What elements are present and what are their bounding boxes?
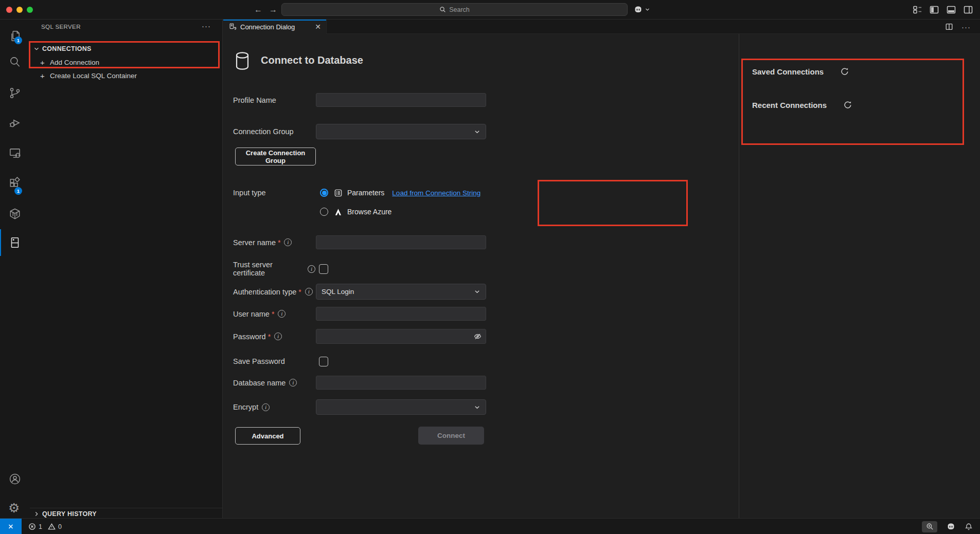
toggle-password-visibility-icon[interactable]	[473, 332, 482, 341]
container-tools-icon[interactable]	[8, 207, 22, 220]
password-input[interactable]	[316, 329, 486, 344]
parameters-icon	[334, 189, 343, 197]
server-name-label: Server name*i	[233, 235, 315, 249]
input-type-label: Input type	[233, 186, 315, 199]
refresh-recent-connections-icon[interactable]	[844, 101, 852, 109]
copilot-status-icon[interactable]	[946, 522, 956, 531]
trust-server-certificate-label: Trust server certificatei	[233, 264, 315, 274]
dialog-title: Connect to Database	[261, 54, 363, 66]
toggle-panel-icon[interactable]	[946, 5, 956, 15]
explorer-badge: 1	[14, 36, 22, 44]
save-password-label: Save Password	[233, 356, 315, 366]
copilot-icon	[633, 5, 643, 14]
extensions-badge: 1	[14, 187, 22, 195]
connect-button[interactable]: Connect	[418, 427, 484, 445]
chevron-down-icon	[474, 128, 480, 135]
toggle-secondary-sidebar-icon[interactable]	[963, 5, 973, 15]
load-from-connection-string-link[interactable]: Load from Connection String	[392, 189, 480, 197]
maximize-window-button[interactable]	[27, 7, 33, 13]
sidebar-title: SQL SERVER	[41, 24, 81, 30]
search-placeholder: Search	[449, 6, 470, 13]
window-controls	[6, 7, 33, 13]
back-icon[interactable]: ←	[254, 5, 262, 14]
encrypt-select[interactable]	[316, 399, 486, 415]
info-icon[interactable]: i	[274, 333, 282, 340]
chevron-right-icon	[33, 510, 40, 518]
connection-dialog-tab-icon	[228, 23, 237, 31]
chevron-down-icon	[33, 45, 40, 52]
user-name-input[interactable]	[316, 307, 486, 321]
error-count: 1	[39, 523, 42, 530]
advanced-button[interactable]: Advanced	[235, 427, 300, 445]
info-icon[interactable]: i	[262, 403, 270, 411]
info-icon[interactable]: i	[308, 265, 315, 273]
database-name-label: Database namei	[233, 376, 315, 390]
toggle-primary-sidebar-icon[interactable]	[929, 5, 939, 15]
command-center-search[interactable]: Search	[281, 3, 628, 16]
minimize-window-button[interactable]	[16, 7, 23, 13]
copilot-menu[interactable]	[633, 5, 650, 14]
tab-connection-dialog[interactable]: Connection Dialog ✕	[223, 20, 327, 34]
server-name-input[interactable]	[316, 235, 486, 249]
zoom-status-icon[interactable]	[922, 521, 937, 532]
search-icon	[439, 6, 446, 13]
query-history-section-header[interactable]: QUERY HISTORY	[30, 508, 222, 518]
browse-azure-option[interactable]: Browse Azure	[320, 205, 391, 218]
close-window-button[interactable]	[6, 7, 12, 13]
status-bar: 1 0	[0, 518, 980, 534]
tab-label: Connection Dialog	[240, 23, 295, 31]
profile-name-input[interactable]	[316, 93, 486, 107]
warning-icon	[48, 523, 56, 530]
tab-close-icon[interactable]: ✕	[315, 23, 321, 31]
tab-bar: Connection Dialog ✕ ···	[223, 20, 980, 34]
connection-dialog-content: Connect to Database Profile Name Connect…	[223, 34, 980, 518]
database-icon	[234, 51, 251, 71]
customize-layout-icon[interactable]	[912, 5, 922, 15]
notifications-bell-icon[interactable]	[965, 523, 973, 531]
forward-icon[interactable]: →	[269, 5, 277, 14]
plus-icon: +	[39, 58, 46, 67]
info-icon[interactable]: i	[289, 379, 297, 386]
connections-section-header[interactable]: CONNECTIONS	[33, 45, 92, 52]
recent-connections-header: Recent Connections	[752, 100, 827, 109]
plus-icon: +	[39, 71, 46, 80]
info-icon[interactable]: i	[305, 288, 313, 296]
create-connection-group-button[interactable]: Create Connection Group	[235, 148, 316, 165]
user-name-label: User name*i	[233, 307, 315, 321]
remote-explorer-icon[interactable]	[8, 146, 22, 160]
connection-group-label: Connection Group	[233, 124, 315, 139]
search-view-icon[interactable]	[8, 55, 22, 68]
source-control-icon[interactable]	[8, 86, 22, 100]
info-icon[interactable]: i	[278, 310, 286, 318]
sidebar-more-actions-icon[interactable]: ···	[202, 22, 211, 30]
editor-area: Connection Dialog ✕ ··· Connect to Datab…	[223, 20, 980, 518]
password-label: Password*i	[233, 329, 315, 344]
info-icon[interactable]: i	[284, 238, 292, 246]
database-name-input[interactable]	[316, 376, 486, 390]
remote-indicator[interactable]	[0, 519, 22, 534]
trust-server-certificate-checkbox[interactable]	[319, 264, 328, 274]
connections-rail: Saved Connections Recent Connections	[739, 34, 980, 518]
title-bar: ← → Search	[0, 0, 980, 20]
activity-bar: 1 1 ⚙	[0, 20, 30, 518]
connection-group-select[interactable]	[316, 124, 486, 139]
chevron-down-icon	[645, 7, 650, 12]
sidebar-item-create-local-sql-container[interactable]: + Create Local SQL Container	[39, 71, 137, 80]
run-debug-icon[interactable]	[8, 116, 22, 130]
radio-selected-icon[interactable]	[320, 189, 328, 197]
refresh-saved-connections-icon[interactable]	[841, 67, 849, 76]
radio-unselected-icon[interactable]	[320, 208, 328, 216]
sql-server-view-icon[interactable]	[8, 236, 22, 249]
active-view-indicator	[0, 229, 1, 256]
settings-gear-icon[interactable]: ⚙	[8, 501, 22, 514]
sidebar-item-add-connection[interactable]: + Add Connection	[39, 58, 99, 67]
problems-indicator[interactable]: 1 0	[28, 519, 62, 534]
split-editor-icon[interactable]	[945, 23, 953, 31]
authentication-type-select[interactable]: SQL Login	[316, 284, 486, 300]
parameters-option[interactable]: Parameters Load from Connection String	[320, 186, 480, 199]
saved-connections-header: Saved Connections	[752, 67, 824, 76]
primary-sidebar: SQL SERVER ··· CONNECTIONS + Add Connect…	[30, 20, 223, 518]
accounts-icon[interactable]	[8, 472, 22, 486]
save-password-checkbox[interactable]	[319, 357, 328, 366]
editor-more-actions-icon[interactable]: ···	[961, 23, 971, 31]
